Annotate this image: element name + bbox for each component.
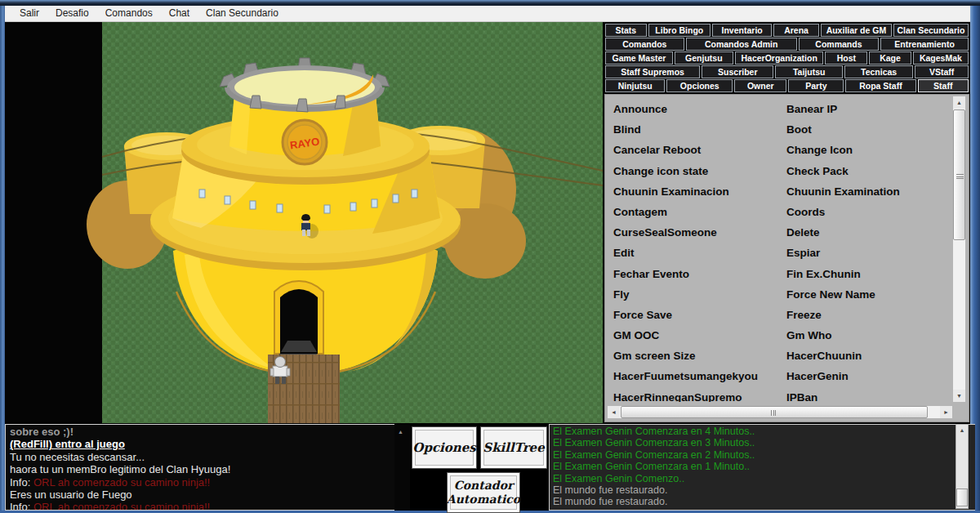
skilltree-button[interactable]: SkillTree [480, 426, 547, 469]
medallion: RAYO [283, 120, 327, 164]
tab-row-4: Staff SupremosSuscriberTaijutsuTecnicasV… [605, 65, 969, 78]
command-check-pack[interactable]: Check Pack [786, 161, 900, 181]
tab-vstaff[interactable]: VStaff [915, 65, 969, 78]
command-cursesealsomeone[interactable]: CurseSealSomeone [613, 222, 758, 243]
tab-comandos[interactable]: Comandos [605, 38, 684, 51]
horizontal-scrollbar-thumb[interactable] [621, 406, 928, 418]
scroll-up-icon[interactable]: ▲ [956, 425, 968, 435]
command-announce[interactable]: Announce [613, 99, 758, 119]
scroll-right-icon[interactable]: ► [940, 406, 952, 418]
scroll-left-icon[interactable]: ◄ [608, 406, 620, 418]
command-edit[interactable]: Edit [613, 243, 758, 263]
vertical-scrollbar[interactable]: ▲ ▼ [952, 96, 966, 403]
command-fly[interactable]: Fly [613, 284, 758, 305]
server-log-scrollbar[interactable]: ▲ [956, 424, 969, 509]
scroll-down-icon[interactable]: ▼ [953, 390, 965, 402]
command-chuunin-examination[interactable]: Chuunin Examination [786, 181, 900, 202]
chat-line-4: haora tu un memBro legitimo del Clan Hyu… [10, 463, 390, 475]
tab-clan-secundario[interactable]: Clan Secundario [893, 24, 969, 37]
right-panel: StatsLibro BingoInventarioArenaAuxiliar … [604, 22, 970, 423]
command-boot[interactable]: Boot [786, 119, 900, 140]
tab-kagesmak[interactable]: KagesMak [913, 51, 969, 65]
tab-owner[interactable]: Owner [734, 79, 786, 92]
horizontal-scrollbar[interactable]: ◄ ► [607, 405, 953, 419]
command-gm-ooc[interactable]: GM OOC [613, 325, 758, 346]
tab-ninjutsu[interactable]: Ninjutsu [605, 79, 665, 92]
menu-item-desafio[interactable]: Desafio [47, 6, 97, 21]
vertical-scrollbar-thumb[interactable] [953, 109, 965, 240]
command-delete[interactable]: Delete [786, 222, 900, 243]
command-freeze[interactable]: Freeze [786, 305, 900, 325]
command-ipban[interactable]: IPBan [786, 387, 900, 402]
scroll-up-icon[interactable]: ▲ [953, 96, 965, 109]
tab-entrenamiento[interactable]: Entrenamiento [880, 38, 969, 51]
scroll-up-icon[interactable]: ▲ [398, 429, 403, 435]
menu-item-comandos[interactable]: Comandos [97, 6, 161, 21]
command-change-icon-state[interactable]: Change icon state [613, 161, 758, 181]
tab-staff-supremos[interactable]: Staff Supremos [605, 65, 700, 78]
tab-row-3: Game MasterGenjutsuHacerOrganizationHost… [605, 51, 969, 65]
tab-taijutsu[interactable]: Taijutsu [775, 65, 843, 78]
tab-row-1: StatsLibro BingoInventarioArenaAuxiliar … [605, 24, 969, 37]
tab-comandos-admin[interactable]: Comandos Admin [686, 38, 797, 51]
tab-suscriber[interactable]: Suscriber [702, 65, 773, 78]
chat-line-5: Info: ORL ah comenzado su camino ninja!! [10, 476, 390, 488]
command-coords[interactable]: Coords [786, 202, 900, 222]
server-log-scrollbar-thumb[interactable] [956, 488, 968, 506]
command-espiar[interactable]: Espiar [786, 243, 900, 263]
door[interactable] [271, 281, 325, 364]
command-cancelar-reboot[interactable]: Cancelar Reboot [613, 140, 758, 160]
tab-commands[interactable]: Commands [799, 38, 879, 51]
command-column-right: Banear IPBootChange IconCheck PackChuuni… [786, 99, 900, 402]
log-line-4: El Examen Genin Comenzara en 1 Minuto.. [553, 461, 972, 472]
tab-party[interactable]: Party [788, 79, 844, 92]
tab-auxiliar-de-gm[interactable]: Auxiliar de GM [821, 24, 892, 37]
command-hacergenin[interactable]: HacerGenin [786, 366, 900, 386]
tab-staff[interactable]: Staff [918, 79, 969, 92]
tab-libro-bingo[interactable]: Libro Bingo [648, 24, 711, 37]
contador-label-line1: Contador [454, 479, 514, 493]
chat-scrollbar[interactable]: ▲ [394, 424, 410, 511]
tab-hacerorganization[interactable]: HacerOrganization [735, 51, 824, 65]
menu-item-chat[interactable]: Chat [161, 6, 198, 21]
tab-tecnicas[interactable]: Tecnicas [844, 65, 913, 78]
tab-host[interactable]: Host [825, 51, 867, 65]
chat-line-red-text: ORL ah comenzado su camino ninja!! [33, 501, 210, 511]
command-hacerfuumetsumangekyou[interactable]: HacerFuumetsumangekyou [613, 366, 758, 386]
command-hacerrinnegansupremo[interactable]: HacerRinneganSupremo [613, 387, 758, 402]
game-viewport[interactable]: RAYO [5, 22, 603, 423]
tab-ropa-staff[interactable]: Ropa Staff [845, 79, 915, 92]
command-contagem[interactable]: Contagem [613, 202, 758, 222]
log-line-2: El Examen Genin Comenzara en 3 Minutos.. [553, 437, 972, 448]
command-fechar-evento[interactable]: Fechar Evento [613, 264, 758, 284]
command-hacerchuunin[interactable]: HacerChuunin [786, 346, 900, 366]
chat-log[interactable]: sobre eso ;)! (RedFill) entro al juegoTu… [5, 424, 394, 511]
command-fin-ex-chunin[interactable]: Fin Ex.Chunin [786, 264, 900, 284]
contador-automatico-button[interactable]: Contador Automatico [447, 472, 520, 513]
command-blind[interactable]: Blind [613, 119, 758, 140]
tab-inventario[interactable]: Inventario [712, 24, 772, 37]
tab-genjutsu[interactable]: Genjutsu [675, 51, 733, 65]
command-chuunin-examinacion[interactable]: Chuunin Examinacion [613, 181, 758, 202]
command-change-icon[interactable]: Change Icon [786, 140, 900, 160]
game-scene: RAYO [5, 22, 603, 423]
tab-row-2: ComandosComandos AdminCommandsEntrenamie… [605, 38, 969, 51]
command-banear-ip[interactable]: Banear IP [786, 99, 900, 119]
tab-game-master[interactable]: Game Master [605, 51, 673, 65]
opciones-button[interactable]: Opciones [412, 426, 477, 469]
log-line-3: El Examen Genin Comenzara en 2 Minutos.. [553, 449, 972, 461]
menu-item-clan-secundario[interactable]: Clan Secundario [198, 6, 287, 21]
tab-stats[interactable]: Stats [605, 24, 647, 37]
menu-item-salir[interactable]: Salir [11, 6, 47, 21]
tab-arena[interactable]: Arena [773, 24, 819, 37]
command-force-new-name[interactable]: Force New Name [786, 284, 900, 305]
tab-kage[interactable]: Kage [869, 51, 911, 65]
command-gm-who[interactable]: Gm Who [786, 325, 900, 346]
command-force-save[interactable]: Force Save [613, 305, 758, 325]
menu-bar: SalirDesafioComandosChatClan Secundario [5, 6, 970, 22]
server-log[interactable]: El Examen Genin Comenzara en 4 Minutos..… [549, 424, 975, 511]
tab-strip: StatsLibro BingoInventarioArenaAuxiliar … [605, 24, 969, 93]
tab-opciones[interactable]: Opciones [666, 79, 733, 92]
chat-line-6: Eres un usuario de Fuego [10, 488, 390, 501]
command-gm-screen-size[interactable]: Gm screen Size [613, 346, 758, 366]
